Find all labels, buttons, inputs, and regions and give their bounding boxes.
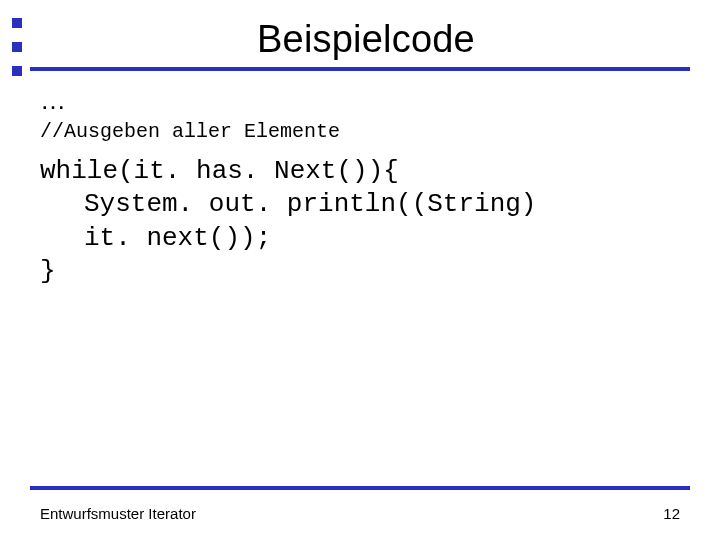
code-line-4: } bbox=[40, 255, 680, 288]
footer: Entwurfsmuster Iterator 12 bbox=[40, 505, 680, 522]
horizontal-rule-bottom bbox=[30, 486, 690, 490]
page-number: 12 bbox=[663, 505, 680, 522]
ellipsis-text: … bbox=[40, 85, 680, 116]
code-line-1: while(it. has. Next()){ bbox=[40, 155, 680, 188]
code-line-3: it. next()); bbox=[40, 222, 680, 255]
slide-content: … //Ausgeben aller Elemente while(it. ha… bbox=[0, 71, 720, 288]
footer-left-text: Entwurfsmuster Iterator bbox=[40, 505, 196, 522]
title-row: Beispielcode bbox=[0, 0, 720, 61]
slide: Beispielcode … //Ausgeben aller Elemente… bbox=[0, 0, 720, 540]
square-bullet-icon bbox=[12, 42, 22, 52]
square-bullet-icon bbox=[12, 66, 22, 76]
code-line-2: System. out. println((String) bbox=[40, 188, 680, 221]
slide-title: Beispielcode bbox=[12, 18, 720, 61]
title-bullets bbox=[12, 18, 22, 76]
code-comment: //Ausgeben aller Elemente bbox=[40, 120, 680, 143]
square-bullet-icon bbox=[12, 18, 22, 28]
